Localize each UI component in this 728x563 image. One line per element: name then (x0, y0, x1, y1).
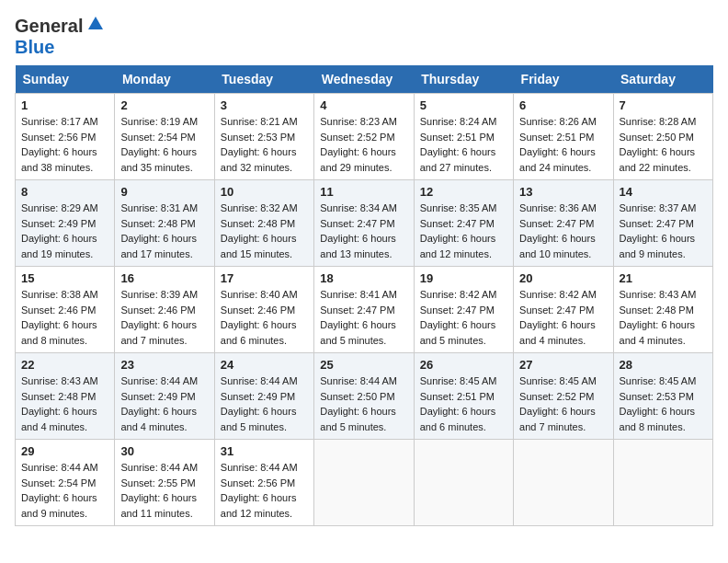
sunrise-label: Sunrise: 8:40 AM (221, 289, 298, 300)
sunset-label: Sunset: 2:49 PM (120, 391, 195, 402)
day-info: Sunrise: 8:44 AM Sunset: 2:54 PM Dayligh… (21, 460, 108, 521)
calendar-cell: 25 Sunrise: 8:44 AM Sunset: 2:50 PM Dayl… (314, 353, 414, 440)
sunrise-label: Sunrise: 8:35 AM (420, 202, 497, 213)
daylight-label: Daylight: 6 hours and 4 minutes. (519, 319, 596, 346)
day-number: 17 (221, 271, 308, 285)
calendar-table: SundayMondayTuesdayWednesdayThursdayFrid… (15, 65, 713, 526)
sunset-label: Sunset: 2:48 PM (21, 391, 96, 402)
calendar-cell: 12 Sunrise: 8:35 AM Sunset: 2:47 PM Dayl… (414, 180, 513, 267)
day-number: 8 (21, 185, 108, 199)
day-info: Sunrise: 8:36 AM Sunset: 2:47 PM Dayligh… (519, 201, 607, 261)
sunrise-label: Sunrise: 8:44 AM (120, 375, 198, 386)
sunrise-label: Sunrise: 8:39 AM (120, 289, 198, 300)
sunrise-label: Sunrise: 8:45 AM (420, 375, 497, 386)
sunrise-label: Sunrise: 8:32 AM (221, 202, 298, 213)
calendar-cell: 1 Sunrise: 8:17 AM Sunset: 2:56 PM Dayli… (16, 94, 115, 180)
day-number: 24 (221, 358, 308, 372)
daylight-label: Daylight: 6 hours and 6 minutes. (221, 319, 297, 346)
sunrise-label: Sunrise: 8:38 AM (21, 289, 98, 300)
daylight-label: Daylight: 6 hours and 12 minutes. (221, 492, 297, 519)
sunrise-label: Sunrise: 8:34 AM (320, 202, 397, 213)
sunset-label: Sunset: 2:52 PM (320, 132, 394, 143)
day-number: 1 (21, 98, 108, 112)
day-number: 27 (519, 358, 607, 372)
day-number: 15 (21, 271, 108, 285)
day-info: Sunrise: 8:42 AM Sunset: 2:47 PM Dayligh… (420, 287, 507, 348)
sunset-label: Sunset: 2:53 PM (221, 132, 295, 143)
daylight-label: Daylight: 6 hours and 5 minutes. (320, 319, 396, 346)
calendar-cell: 20 Sunrise: 8:42 AM Sunset: 2:47 PM Dayl… (514, 267, 613, 353)
sunset-label: Sunset: 2:50 PM (320, 391, 394, 402)
sunset-label: Sunset: 2:47 PM (620, 218, 694, 229)
calendar-week-2: 8 Sunrise: 8:29 AM Sunset: 2:49 PM Dayli… (16, 180, 713, 267)
weekday-header-sunday: Sunday (16, 65, 115, 94)
day-info: Sunrise: 8:45 AM Sunset: 2:51 PM Dayligh… (420, 373, 507, 434)
day-info: Sunrise: 8:34 AM Sunset: 2:47 PM Dayligh… (320, 201, 407, 261)
sunrise-label: Sunrise: 8:23 AM (320, 116, 397, 127)
weekday-header-monday: Monday (115, 65, 214, 94)
day-info: Sunrise: 8:44 AM Sunset: 2:49 PM Dayligh… (221, 373, 308, 434)
sunset-label: Sunset: 2:54 PM (120, 132, 195, 143)
logo-general-text: General (15, 16, 83, 37)
calendar-cell: 29 Sunrise: 8:44 AM Sunset: 2:54 PM Dayl… (16, 440, 115, 526)
day-info: Sunrise: 8:29 AM Sunset: 2:49 PM Dayligh… (21, 201, 108, 261)
day-info: Sunrise: 8:32 AM Sunset: 2:48 PM Dayligh… (221, 201, 308, 261)
calendar-cell (514, 440, 613, 526)
day-number: 19 (420, 271, 507, 285)
day-info: Sunrise: 8:42 AM Sunset: 2:47 PM Dayligh… (519, 287, 607, 348)
calendar-cell: 30 Sunrise: 8:44 AM Sunset: 2:55 PM Dayl… (115, 440, 214, 526)
day-info: Sunrise: 8:28 AM Sunset: 2:50 PM Dayligh… (620, 114, 707, 175)
day-info: Sunrise: 8:17 AM Sunset: 2:56 PM Dayligh… (21, 114, 108, 175)
day-info: Sunrise: 8:19 AM Sunset: 2:54 PM Dayligh… (120, 114, 208, 175)
day-info: Sunrise: 8:38 AM Sunset: 2:46 PM Dayligh… (21, 287, 108, 348)
sunset-label: Sunset: 2:49 PM (21, 218, 96, 229)
sunset-label: Sunset: 2:50 PM (620, 132, 694, 143)
sunset-label: Sunset: 2:56 PM (221, 477, 295, 488)
day-info: Sunrise: 8:21 AM Sunset: 2:53 PM Dayligh… (221, 114, 308, 175)
daylight-label: Daylight: 6 hours and 32 minutes. (221, 146, 297, 173)
sunset-label: Sunset: 2:48 PM (221, 218, 295, 229)
day-number: 5 (420, 98, 507, 112)
calendar-cell: 11 Sunrise: 8:34 AM Sunset: 2:47 PM Dayl… (314, 180, 414, 267)
calendar-cell (613, 440, 712, 526)
logo-blue-text: Blue (15, 37, 54, 57)
daylight-label: Daylight: 6 hours and 5 minutes. (420, 319, 496, 346)
day-number: 6 (519, 98, 607, 112)
day-info: Sunrise: 8:39 AM Sunset: 2:46 PM Dayligh… (120, 287, 208, 348)
daylight-label: Daylight: 6 hours and 4 minutes. (120, 406, 197, 432)
calendar-cell: 13 Sunrise: 8:36 AM Sunset: 2:47 PM Dayl… (514, 180, 613, 267)
day-info: Sunrise: 8:41 AM Sunset: 2:47 PM Dayligh… (320, 287, 407, 348)
sunrise-label: Sunrise: 8:37 AM (620, 202, 697, 213)
sunset-label: Sunset: 2:51 PM (420, 132, 495, 143)
calendar-week-4: 22 Sunrise: 8:43 AM Sunset: 2:48 PM Dayl… (16, 353, 713, 440)
calendar-cell: 19 Sunrise: 8:42 AM Sunset: 2:47 PM Dayl… (414, 267, 513, 353)
daylight-label: Daylight: 6 hours and 15 minutes. (221, 233, 297, 259)
page-header: General Blue (15, 15, 713, 58)
sunrise-label: Sunrise: 8:45 AM (519, 375, 597, 386)
calendar-cell: 9 Sunrise: 8:31 AM Sunset: 2:48 PM Dayli… (115, 180, 214, 267)
calendar-cell: 21 Sunrise: 8:43 AM Sunset: 2:48 PM Dayl… (613, 267, 712, 353)
sunset-label: Sunset: 2:55 PM (120, 477, 195, 488)
sunrise-label: Sunrise: 8:42 AM (420, 289, 497, 300)
day-info: Sunrise: 8:44 AM Sunset: 2:56 PM Dayligh… (221, 460, 308, 521)
day-number: 12 (420, 185, 507, 199)
calendar-cell: 31 Sunrise: 8:44 AM Sunset: 2:56 PM Dayl… (214, 440, 313, 526)
day-number: 11 (320, 185, 407, 199)
day-info: Sunrise: 8:45 AM Sunset: 2:53 PM Dayligh… (620, 373, 707, 434)
day-number: 25 (320, 358, 407, 372)
sunrise-label: Sunrise: 8:41 AM (320, 289, 397, 300)
day-number: 13 (519, 185, 607, 199)
daylight-label: Daylight: 6 hours and 8 minutes. (620, 406, 696, 432)
sunset-label: Sunset: 2:46 PM (21, 304, 96, 316)
day-number: 26 (420, 358, 507, 372)
calendar-week-3: 15 Sunrise: 8:38 AM Sunset: 2:46 PM Dayl… (16, 267, 713, 353)
sunset-label: Sunset: 2:56 PM (21, 132, 96, 143)
daylight-label: Daylight: 6 hours and 5 minutes. (221, 406, 297, 432)
daylight-label: Daylight: 6 hours and 29 minutes. (320, 146, 396, 173)
sunset-label: Sunset: 2:54 PM (21, 477, 96, 488)
calendar-cell: 18 Sunrise: 8:41 AM Sunset: 2:47 PM Dayl… (314, 267, 414, 353)
calendar-body: 1 Sunrise: 8:17 AM Sunset: 2:56 PM Dayli… (16, 94, 713, 526)
day-info: Sunrise: 8:43 AM Sunset: 2:48 PM Dayligh… (21, 373, 108, 434)
daylight-label: Daylight: 6 hours and 27 minutes. (420, 146, 496, 173)
calendar-cell: 26 Sunrise: 8:45 AM Sunset: 2:51 PM Dayl… (414, 353, 513, 440)
